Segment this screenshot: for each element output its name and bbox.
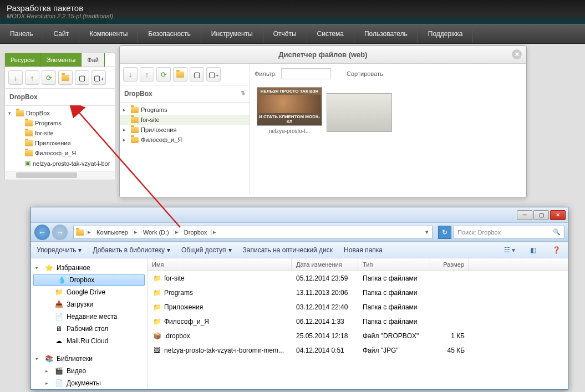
tree-node[interactable]: ☁Mail.Ru Cloud (31, 335, 147, 347)
filter-input[interactable] (281, 68, 331, 79)
tree-item[interactable]: Приложения (5, 138, 115, 148)
thumbnail[interactable]: НЕЛЬЗЯ ПРОСТО ТАК ВЗЯИ СТАТЬ КЛИЕНТОМ MO… (257, 87, 322, 134)
modx-left-panel: РесурсыЭлементыФай ↓ ↑ ⟳ ▢ ▢₊ DropBox ▾D… (4, 53, 115, 180)
chevron-updown-icon[interactable]: ⇅ (241, 90, 245, 96)
tab[interactable]: Фай (82, 53, 105, 67)
arrow-down-icon[interactable]: ↓ (123, 67, 138, 82)
tree-item[interactable]: ▣nelzya-prosto-tak-vzyat-i-bor (5, 158, 115, 169)
nav-item[interactable]: Панель (0, 24, 43, 43)
breadcrumb-segment[interactable]: Компьютер (92, 229, 133, 236)
modx-nav: ПанельСайтКомпонентыБезопасностьИнструме… (0, 24, 585, 44)
tree-node[interactable]: ▾📚Библиотеки (31, 353, 147, 365)
nav-item[interactable]: Сайт (43, 24, 79, 43)
tree-item[interactable]: Programs (5, 118, 115, 128)
section-header[interactable]: DropBox (5, 89, 115, 106)
sort-label: Сортировать (347, 70, 383, 77)
new-folder-button[interactable]: Новая папка (344, 246, 383, 254)
nav-item[interactable]: Отчёты (263, 24, 307, 43)
page-add-icon[interactable]: ▢₊ (91, 70, 106, 85)
thumbnail[interactable] (327, 93, 392, 134)
arrow-down-icon[interactable]: ↓ (8, 70, 23, 85)
minimize-button[interactable]: ─ (517, 210, 532, 220)
search-icon: 🔍 (553, 228, 561, 236)
filter-label: Фильтр: (255, 70, 277, 77)
close-icon[interactable]: ✕ (512, 49, 522, 59)
nav-item[interactable]: Система (307, 24, 354, 43)
thumbnails: НЕЛЬЗЯ ПРОСТО ТАК ВЗЯИ СТАТЬ КЛИЕНТОМ MO… (255, 85, 522, 136)
maximize-button[interactable]: ▢ (533, 210, 549, 220)
tab[interactable]: Элементы (40, 53, 82, 67)
refresh-button[interactable]: ↻ (438, 226, 451, 239)
share-menu[interactable]: Общий доступ ▾ (181, 246, 232, 254)
page-title: Разработка пакетов (7, 3, 578, 13)
dialog-tree: ▸Programsfor-site▸Приложения▸Философ_и_Я (120, 103, 250, 147)
column-headers[interactable]: Имя Дата изменения Тип Размер (147, 258, 568, 271)
file-manager-dialog: Диспетчер файлов (web) ✕ ↓ ↑ ⟳ ▢ ▢₊ Drop… (119, 45, 527, 198)
close-button[interactable]: ✕ (550, 210, 566, 220)
arrow-up-icon[interactable]: ↑ (140, 67, 154, 82)
add-library-menu[interactable]: Добавить в библиотеку ▾ (93, 246, 170, 254)
file-row[interactable]: 📁Programs13.11.2013 20:06Папка с файлами (147, 286, 568, 300)
breadcrumb[interactable]: ▸Компьютер▸Work (D:)▸Dropbox▸▾ (73, 226, 433, 239)
breadcrumb-segment[interactable]: Dropbox (180, 229, 212, 236)
back-button[interactable]: ← (34, 225, 50, 240)
page-icon[interactable]: ▢ (190, 67, 204, 82)
tree-node[interactable]: 🖥Рабочий стол (31, 323, 147, 335)
file-row[interactable]: 📦.dropbox25.05.2014 12:18Файл "DROPBOX"1… (147, 329, 568, 343)
explorer-list: Имя Дата изменения Тип Размер 📁for-site0… (147, 258, 568, 389)
breadcrumb-segment[interactable]: Work (D:) (139, 229, 174, 236)
view-icon[interactable]: ☷ ▾ (503, 244, 516, 256)
forward-button[interactable]: → (52, 225, 68, 240)
help-icon[interactable]: ❓ (550, 244, 562, 256)
col-size[interactable]: Размер (430, 258, 469, 271)
page-icon[interactable]: ▢ (75, 70, 89, 85)
tree-node[interactable]: ▾⭐Избранное (31, 262, 147, 274)
tree-item[interactable]: ▸Философ_и_Я (120, 135, 250, 145)
file-row[interactable]: 📁Философ_и_Я06.12.2014 1:33Папка с файла… (147, 314, 568, 329)
filter-row: Фильтр: Сортировать (255, 68, 522, 79)
nav-item[interactable]: Безопасность (138, 24, 201, 43)
tab[interactable]: Ресурсы (5, 53, 40, 67)
tree-node[interactable] (31, 347, 147, 353)
folder-icon[interactable] (173, 67, 187, 82)
file-row[interactable]: 📁Приложения03.12.2014 22:40Папка с файла… (147, 300, 568, 314)
tree-node[interactable]: ▸🎬Видео (31, 365, 147, 377)
refresh-icon[interactable]: ⟳ (42, 70, 56, 85)
tree-node[interactable]: 📥Загрузки (31, 298, 147, 310)
tree-item[interactable]: ▸Приложения (120, 125, 250, 135)
nav-item[interactable]: Компоненты (79, 24, 138, 43)
modx-tree: ▾DropBoxProgramsfor-siteПриложенияФилосо… (5, 106, 115, 171)
preview-pane-icon[interactable]: ◧ (527, 244, 539, 256)
page-add-icon[interactable]: ▢₊ (206, 67, 221, 82)
dialog-title: Диспетчер файлов (web) ✕ (120, 46, 526, 64)
search-input[interactable]: Поиск: Dropbox 🔍 (454, 226, 564, 239)
nav-item[interactable]: Инструменты (201, 24, 263, 43)
titlebar: ─ ▢ ✕ (31, 207, 568, 223)
dialog-section-header[interactable]: DropBox ⇅ (120, 85, 250, 103)
folder-icon[interactable] (58, 70, 73, 85)
modx-header: Разработка пакетов MODX Revolution 2.2.1… (0, 0, 585, 24)
tree-item[interactable]: ▾DropBox (5, 108, 115, 118)
tree-item[interactable]: for-site (120, 115, 250, 125)
col-type[interactable]: Тип (358, 258, 430, 271)
tree-node[interactable]: 📁Google Drive (31, 286, 147, 298)
col-date[interactable]: Дата изменения (292, 258, 358, 271)
tree-node[interactable]: 📄Недавние места (31, 310, 147, 323)
burn-button[interactable]: Записать на оптический диск (243, 246, 333, 254)
nav-item[interactable]: Поддержка (418, 24, 474, 43)
explorer-toolbar: Упорядочить ▾ Добавить в библиотеку ▾ Об… (31, 242, 568, 258)
tree-node[interactable]: 💧Dropbox (33, 274, 145, 286)
left-toolbar: ↓ ↑ ⟳ ▢ ▢₊ (5, 67, 115, 89)
horizontal-scrollbar[interactable] (5, 171, 115, 180)
tree-item[interactable]: for-site (5, 128, 115, 138)
file-row[interactable]: 📁for-site05.12.2014 23:59Папка с файлами (147, 271, 568, 286)
tree-item[interactable]: ▸Programs (120, 105, 250, 115)
nav-item[interactable]: Пользователь (354, 24, 418, 43)
file-row[interactable]: 🖼nelzya-prosto-tak-vzyat-i-boromir-mem..… (147, 343, 568, 358)
tree-item[interactable]: Философ_и_Я (5, 148, 115, 158)
arrow-up-icon[interactable]: ↑ (25, 70, 39, 85)
refresh-icon[interactable]: ⟳ (156, 67, 171, 82)
organize-menu[interactable]: Упорядочить ▾ (37, 246, 82, 254)
col-name[interactable]: Имя (147, 258, 292, 271)
tree-node[interactable]: ▸📄Документы (31, 377, 147, 389)
